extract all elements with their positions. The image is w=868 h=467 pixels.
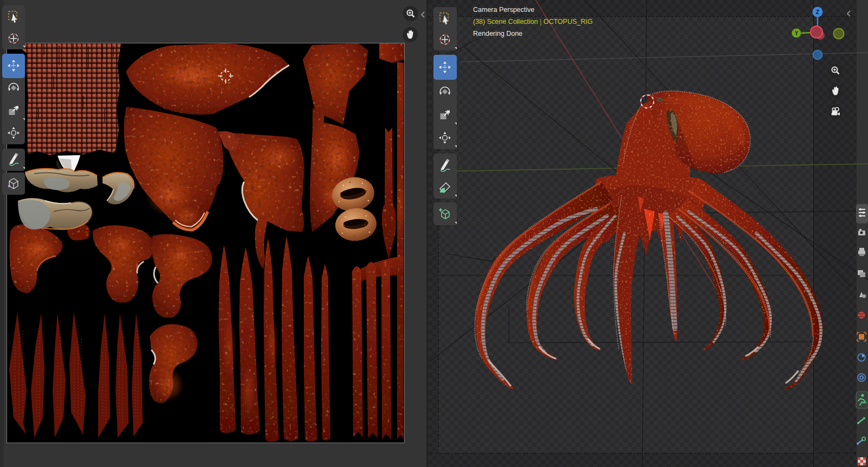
svg-text:Y: Y [795,30,799,36]
svg-text:Z: Z [816,9,819,15]
